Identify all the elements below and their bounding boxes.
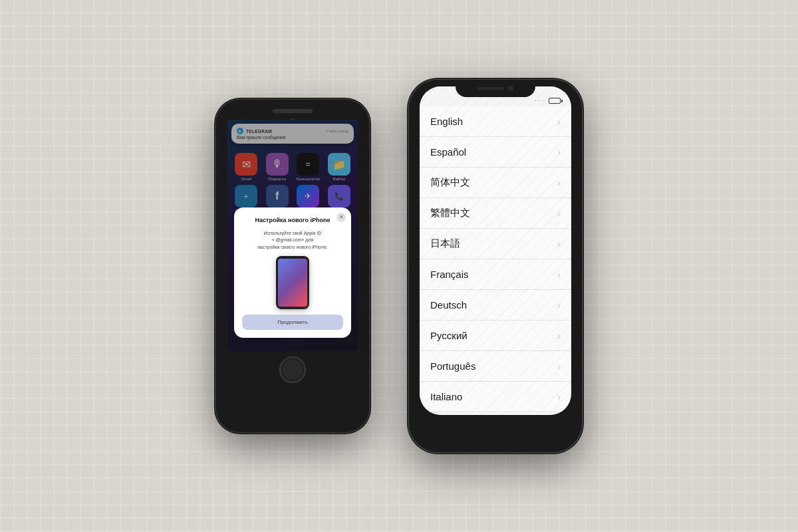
notch-speaker [477, 87, 504, 90]
speaker-left [273, 109, 313, 113]
dialog-phone-illustration [276, 256, 309, 309]
phone-left: ✉ Gmail 🎙 Подкасты = Калькулятор 📁 Файлы… [216, 100, 369, 432]
dialog-phone-screen [278, 259, 307, 307]
dialog-box: ✕ Настройка нового iPhone Используйте св… [234, 207, 351, 338]
dialog-title: Настройка нового iPhone [255, 217, 331, 225]
home-button[interactable] [279, 356, 306, 383]
dialog-continue-button[interactable]: Продолжить [242, 315, 343, 330]
notch [456, 80, 535, 97]
notch-camera [508, 86, 513, 91]
screen-background-pattern [420, 86, 571, 415]
phone-right: ···· English › Español › 简体中文 › 繁體中文 › 日… [409, 80, 582, 452]
dialog-body: Используйте свой Apple ID« @gmail.com» д… [257, 230, 328, 251]
screen-left: ✉ Gmail 🎙 Подкасты = Калькулятор 📁 Файлы… [227, 120, 358, 351]
battery-indicator [549, 98, 561, 104]
dialog-overlay: ✕ Настройка нового iPhone Используйте св… [227, 120, 358, 351]
screen-right: ···· English › Español › 简体中文 › 繁體中文 › 日… [420, 86, 571, 415]
dialog-close-button[interactable]: ✕ [336, 213, 346, 222]
